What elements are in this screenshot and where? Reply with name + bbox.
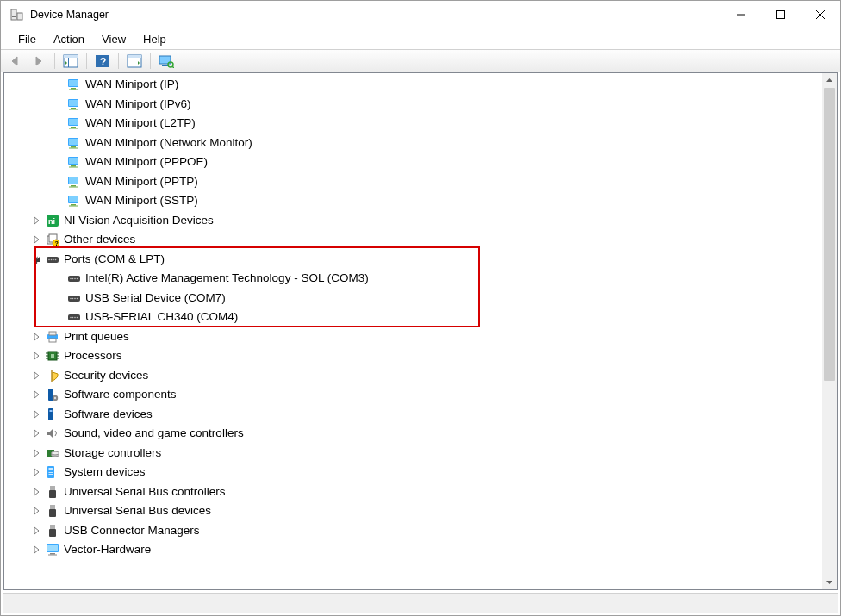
port-icon: [67, 310, 81, 324]
chevron-right-icon[interactable]: [32, 544, 42, 555]
ni-icon: [46, 214, 59, 227]
menu-help[interactable]: Help: [134, 31, 175, 47]
tree-item-usb-devices[interactable]: Universal Serial Bus devices: [4, 501, 837, 521]
scroll-up-arrow[interactable]: [822, 73, 837, 88]
window-title: Device Manager: [30, 9, 109, 21]
tree-item-network-adapter[interactable]: WAN Miniport (PPTP): [4, 172, 837, 192]
tree-item-label: Processors: [64, 346, 122, 365]
tree-item-ports[interactable]: Ports (COM & LPT): [4, 250, 837, 270]
app-icon: [9, 8, 23, 22]
chevron-right-icon[interactable]: [32, 234, 42, 245]
tree-item-sound[interactable]: Sound, video and game controllers: [4, 424, 837, 444]
tree-item-print-queues[interactable]: Print queues: [4, 327, 837, 347]
show-hide-tree-button[interactable]: [60, 52, 81, 71]
tree-item-label: Vector-Hardware: [64, 540, 151, 559]
chevron-right-icon[interactable]: [32, 506, 42, 516]
nav-forward-button[interactable]: [28, 52, 49, 71]
chevron-right-icon[interactable]: [32, 370, 42, 381]
menu-file[interactable]: File: [9, 31, 45, 47]
device-tree[interactable]: WAN Miniport (IP)WAN Miniport (IPv6)WAN …: [4, 75, 837, 560]
menu-view[interactable]: View: [93, 31, 134, 47]
maximize-button[interactable]: [761, 1, 801, 28]
net-icon: [67, 175, 81, 189]
scroll-track[interactable]: [822, 88, 837, 575]
tree-item-port-device[interactable]: USB Serial Device (COM7): [4, 289, 837, 308]
tree-item-security-devices[interactable]: Security devices: [4, 366, 837, 386]
tree-item-storage-controllers[interactable]: Storage controllers: [4, 444, 837, 464]
tree-item-label: WAN Miniport (Network Monitor): [85, 134, 252, 152]
svg-rect-60: [162, 65, 168, 66]
statusbar: [3, 593, 838, 613]
tree-item-processors[interactable]: Processors: [4, 346, 837, 366]
tree-item-label: Universal Serial Bus controllers: [64, 482, 226, 501]
nav-back-button[interactable]: [6, 52, 27, 71]
tree-item-network-adapter[interactable]: WAN Miniport (L2TP): [4, 114, 837, 134]
scan-hardware-button[interactable]: [124, 52, 145, 71]
tree-item-label: WAN Miniport (PPPOE): [85, 152, 208, 171]
scroll-thumb[interactable]: [824, 88, 835, 381]
tree-item-port-device[interactable]: Intel(R) Active Management Technology - …: [4, 269, 837, 289]
tree-item-network-adapter[interactable]: WAN Miniport (IPv6): [4, 95, 837, 115]
tree-item-label: Software devices: [64, 405, 153, 424]
net-icon: [67, 136, 81, 150]
chevron-right-icon[interactable]: [32, 215, 42, 226]
chevron-right-icon[interactable]: [32, 409, 42, 420]
chevron-down-icon[interactable]: [32, 254, 42, 264]
tree-item-port-device[interactable]: USB-SERIAL CH340 (COM4): [4, 308, 837, 327]
tree-item-label: USB Serial Device (COM7): [85, 289, 226, 308]
tree-item-network-adapter[interactable]: WAN Miniport (PPPOE): [4, 152, 837, 172]
titlebar[interactable]: Device Manager: [1, 1, 840, 28]
tree-item-label: WAN Miniport (L2TP): [85, 114, 196, 133]
tree-item-label: Other devices: [64, 230, 135, 249]
chevron-right-icon[interactable]: [32, 389, 42, 400]
cpu-icon: [46, 349, 59, 363]
devices-monitor-button[interactable]: [156, 52, 177, 71]
tree-item-label: Storage controllers: [64, 444, 161, 463]
port-icon: [46, 252, 59, 266]
tree-item-ni-vision[interactable]: NI Vision Acquisition Devices: [4, 211, 837, 231]
tree-item-network-adapter[interactable]: WAN Miniport (SSTP): [4, 191, 837, 211]
tree-item-label: Ports (COM & LPT): [64, 250, 165, 269]
tree-item-network-adapter[interactable]: WAN Miniport (Network Monitor): [4, 134, 837, 153]
chevron-right-icon[interactable]: [32, 467, 42, 477]
tree-item-label: WAN Miniport (IPv6): [85, 95, 191, 114]
net-icon: [67, 155, 81, 169]
tree-item-system-devices[interactable]: System devices: [4, 463, 837, 482]
chevron-right-icon[interactable]: [32, 448, 42, 458]
storage-icon: [46, 446, 59, 460]
tree-item-usb-controllers[interactable]: Universal Serial Bus controllers: [4, 482, 837, 502]
svg-rect-49: [777, 11, 785, 19]
monitor-icon: [46, 543, 59, 557]
chevron-right-icon[interactable]: [32, 351, 42, 361]
menu-action[interactable]: Action: [45, 31, 93, 47]
tree-item-network-adapter[interactable]: WAN Miniport (IP): [4, 75, 837, 95]
content-frame: WAN Miniport (IP)WAN Miniport (IPv6)WAN …: [1, 72, 840, 615]
chevron-right-icon[interactable]: [32, 332, 42, 342]
close-button[interactable]: [801, 1, 840, 28]
chevron-right-icon[interactable]: [32, 487, 42, 497]
printer-icon: [46, 330, 59, 344]
svg-rect-53: [64, 55, 78, 58]
minimize-button[interactable]: [721, 1, 761, 28]
sec-icon: [46, 369, 59, 383]
net-icon: [67, 78, 81, 91]
tree-item-software-components[interactable]: Software components: [4, 385, 837, 405]
svg-line-62: [172, 66, 174, 68]
svg-rect-54: [68, 58, 69, 67]
vertical-scrollbar[interactable]: [822, 73, 837, 589]
chevron-right-icon[interactable]: [32, 526, 42, 536]
svg-text:?: ?: [100, 56, 106, 68]
tree-item-label: USB Connector Managers: [64, 521, 200, 540]
usb-icon: [46, 485, 59, 499]
tree-item-label: Sound, video and game controllers: [64, 424, 244, 443]
chevron-right-icon[interactable]: [32, 428, 42, 439]
tree-item-label: Software components: [64, 385, 177, 404]
tree-item-software-devices[interactable]: Software devices: [4, 405, 837, 425]
tree-item-other-devices[interactable]: Other devices: [4, 230, 837, 250]
tree-item-usb-connector-managers[interactable]: USB Connector Managers: [4, 521, 837, 541]
system-icon: [46, 465, 59, 479]
help-button[interactable]: ?: [92, 52, 113, 71]
scroll-down-arrow[interactable]: [822, 575, 837, 589]
tree-item-vector-hardware[interactable]: Vector-Hardware: [4, 540, 837, 560]
tree-item-label: WAN Miniport (PPTP): [85, 172, 198, 191]
